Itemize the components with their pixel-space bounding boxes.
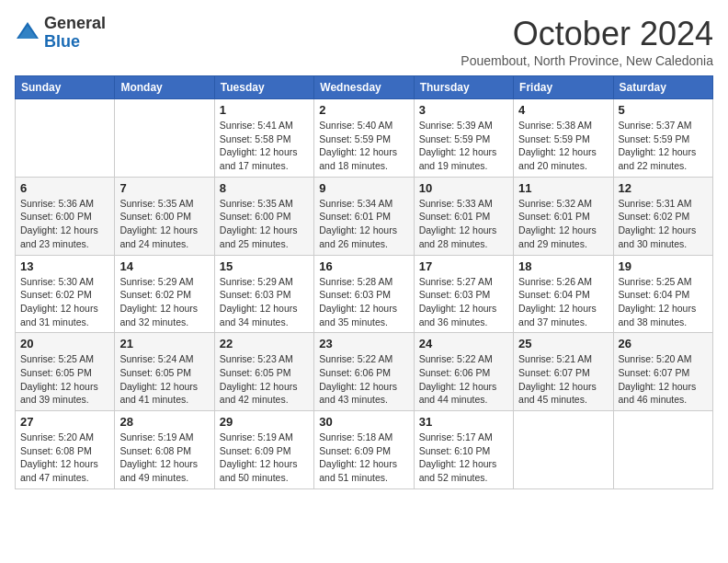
calendar-cell: 12Sunrise: 5:31 AM Sunset: 6:02 PM Dayli… — [613, 177, 712, 255]
day-number: 3 — [419, 103, 508, 117]
location-subtitle: Pouembout, North Province, New Caledonia — [461, 53, 713, 68]
calendar-cell — [115, 99, 214, 178]
calendar-cell: 17Sunrise: 5:27 AM Sunset: 6:03 PM Dayli… — [414, 255, 513, 333]
calendar-cell: 2Sunrise: 5:40 AM Sunset: 5:59 PM Daylig… — [314, 99, 414, 178]
calendar-cell: 20Sunrise: 5:25 AM Sunset: 6:05 PM Dayli… — [16, 333, 115, 411]
calendar-cell: 22Sunrise: 5:23 AM Sunset: 6:05 PM Dayli… — [214, 333, 313, 411]
day-header-friday: Friday — [514, 76, 613, 99]
day-number: 2 — [319, 103, 408, 117]
day-info: Sunrise: 5:27 AM Sunset: 6:03 PM Dayligh… — [419, 275, 508, 329]
day-number: 27 — [20, 415, 109, 429]
day-number: 22 — [220, 337, 309, 350]
day-number: 6 — [20, 181, 109, 195]
calendar-cell: 8Sunrise: 5:35 AM Sunset: 6:00 PM Daylig… — [214, 177, 313, 255]
logo-blue-text: Blue — [44, 32, 80, 51]
day-info: Sunrise: 5:22 AM Sunset: 6:06 PM Dayligh… — [419, 352, 508, 407]
day-info: Sunrise: 5:40 AM Sunset: 5:59 PM Dayligh… — [319, 119, 408, 173]
day-number: 28 — [119, 415, 209, 429]
day-info: Sunrise: 5:24 AM Sunset: 6:05 PM Dayligh… — [119, 352, 209, 407]
calendar-cell: 28Sunrise: 5:19 AM Sunset: 6:08 PM Dayli… — [115, 411, 214, 489]
day-number: 11 — [518, 181, 608, 195]
calendar-cell: 5Sunrise: 5:37 AM Sunset: 5:59 PM Daylig… — [613, 99, 712, 178]
day-number: 16 — [319, 259, 408, 273]
calendar-cell: 19Sunrise: 5:25 AM Sunset: 6:04 PM Dayli… — [613, 255, 712, 333]
day-number: 29 — [220, 415, 309, 429]
day-info: Sunrise: 5:34 AM Sunset: 6:01 PM Dayligh… — [319, 197, 408, 251]
calendar-cell: 4Sunrise: 5:38 AM Sunset: 5:59 PM Daylig… — [514, 99, 613, 178]
day-info: Sunrise: 5:20 AM Sunset: 6:08 PM Dayligh… — [20, 431, 109, 485]
day-header-thursday: Thursday — [414, 76, 513, 99]
day-info: Sunrise: 5:36 AM Sunset: 6:00 PM Dayligh… — [20, 197, 109, 251]
calendar-cell: 30Sunrise: 5:18 AM Sunset: 6:09 PM Dayli… — [314, 411, 414, 489]
day-info: Sunrise: 5:37 AM Sunset: 5:59 PM Dayligh… — [619, 119, 708, 173]
day-info: Sunrise: 5:35 AM Sunset: 6:00 PM Dayligh… — [220, 197, 309, 251]
calendar-cell: 3Sunrise: 5:39 AM Sunset: 5:59 PM Daylig… — [414, 99, 513, 178]
day-number: 10 — [419, 181, 508, 195]
day-number: 20 — [20, 337, 109, 350]
day-number: 21 — [119, 337, 209, 350]
calendar-cell: 31Sunrise: 5:17 AM Sunset: 6:10 PM Dayli… — [414, 411, 513, 489]
day-number: 26 — [619, 337, 708, 350]
day-info: Sunrise: 5:18 AM Sunset: 6:09 PM Dayligh… — [319, 431, 408, 485]
month-title: October 2024 — [461, 15, 713, 53]
day-info: Sunrise: 5:19 AM Sunset: 6:09 PM Dayligh… — [220, 431, 309, 485]
calendar-table: SundayMondayTuesdayWednesdayThursdayFrid… — [15, 75, 713, 489]
calendar-cell: 15Sunrise: 5:29 AM Sunset: 6:03 PM Dayli… — [214, 255, 313, 333]
day-info: Sunrise: 5:28 AM Sunset: 6:03 PM Dayligh… — [319, 275, 408, 329]
day-info: Sunrise: 5:19 AM Sunset: 6:08 PM Dayligh… — [119, 431, 209, 485]
calendar-cell — [16, 99, 115, 178]
calendar-cell: 25Sunrise: 5:21 AM Sunset: 6:07 PM Dayli… — [514, 333, 613, 411]
calendar-cell: 6Sunrise: 5:36 AM Sunset: 6:00 PM Daylig… — [16, 177, 115, 255]
day-header-saturday: Saturday — [613, 76, 712, 99]
day-number: 15 — [220, 259, 309, 273]
calendar-cell: 27Sunrise: 5:20 AM Sunset: 6:08 PM Dayli… — [16, 411, 115, 489]
day-info: Sunrise: 5:32 AM Sunset: 6:01 PM Dayligh… — [518, 197, 608, 251]
calendar-cell: 23Sunrise: 5:22 AM Sunset: 6:06 PM Dayli… — [314, 333, 414, 411]
day-number: 31 — [419, 415, 508, 429]
logo: General Blue — [15, 15, 106, 52]
day-info: Sunrise: 5:26 AM Sunset: 6:04 PM Dayligh… — [518, 275, 608, 329]
calendar-cell: 13Sunrise: 5:30 AM Sunset: 6:02 PM Dayli… — [16, 255, 115, 333]
day-info: Sunrise: 5:31 AM Sunset: 6:02 PM Dayligh… — [619, 197, 708, 251]
day-info: Sunrise: 5:17 AM Sunset: 6:10 PM Dayligh… — [419, 431, 508, 485]
day-info: Sunrise: 5:21 AM Sunset: 6:07 PM Dayligh… — [518, 352, 608, 407]
day-number: 23 — [319, 337, 408, 350]
day-info: Sunrise: 5:39 AM Sunset: 5:59 PM Dayligh… — [419, 119, 508, 173]
day-header-tuesday: Tuesday — [214, 76, 313, 99]
day-number: 13 — [20, 259, 109, 273]
day-info: Sunrise: 5:25 AM Sunset: 6:05 PM Dayligh… — [20, 352, 109, 407]
calendar-cell: 18Sunrise: 5:26 AM Sunset: 6:04 PM Dayli… — [514, 255, 613, 333]
day-info: Sunrise: 5:35 AM Sunset: 6:00 PM Dayligh… — [119, 197, 209, 251]
day-number: 17 — [419, 259, 508, 273]
calendar-cell: 1Sunrise: 5:41 AM Sunset: 5:58 PM Daylig… — [214, 99, 313, 178]
day-number: 8 — [220, 181, 309, 195]
day-number: 9 — [319, 181, 408, 195]
logo-icon — [15, 20, 40, 46]
logo-general-text: General — [44, 14, 106, 32]
day-number: 24 — [419, 337, 508, 350]
page-header: General Blue October 2024 Pouembout, Nor… — [15, 15, 713, 68]
calendar-cell: 21Sunrise: 5:24 AM Sunset: 6:05 PM Dayli… — [115, 333, 214, 411]
day-number: 19 — [619, 259, 708, 273]
day-number: 5 — [619, 103, 708, 117]
calendar-cell: 16Sunrise: 5:28 AM Sunset: 6:03 PM Dayli… — [314, 255, 414, 333]
calendar-cell: 29Sunrise: 5:19 AM Sunset: 6:09 PM Dayli… — [214, 411, 313, 489]
day-number: 25 — [518, 337, 608, 350]
calendar-cell: 10Sunrise: 5:33 AM Sunset: 6:01 PM Dayli… — [414, 177, 513, 255]
day-number: 12 — [619, 181, 708, 195]
day-number: 18 — [518, 259, 608, 273]
calendar-cell: 14Sunrise: 5:29 AM Sunset: 6:02 PM Dayli… — [115, 255, 214, 333]
day-info: Sunrise: 5:30 AM Sunset: 6:02 PM Dayligh… — [20, 275, 109, 329]
day-info: Sunrise: 5:29 AM Sunset: 6:03 PM Dayligh… — [220, 275, 309, 329]
day-info: Sunrise: 5:23 AM Sunset: 6:05 PM Dayligh… — [220, 352, 309, 407]
day-number: 7 — [119, 181, 209, 195]
calendar-cell: 26Sunrise: 5:20 AM Sunset: 6:07 PM Dayli… — [613, 333, 712, 411]
day-number: 30 — [319, 415, 408, 429]
day-info: Sunrise: 5:20 AM Sunset: 6:07 PM Dayligh… — [619, 352, 708, 407]
day-info: Sunrise: 5:33 AM Sunset: 6:01 PM Dayligh… — [419, 197, 508, 251]
day-info: Sunrise: 5:41 AM Sunset: 5:58 PM Dayligh… — [220, 119, 309, 173]
day-header-monday: Monday — [115, 76, 214, 99]
day-header-wednesday: Wednesday — [314, 76, 414, 99]
day-number: 1 — [220, 103, 309, 117]
calendar-cell: 11Sunrise: 5:32 AM Sunset: 6:01 PM Dayli… — [514, 177, 613, 255]
